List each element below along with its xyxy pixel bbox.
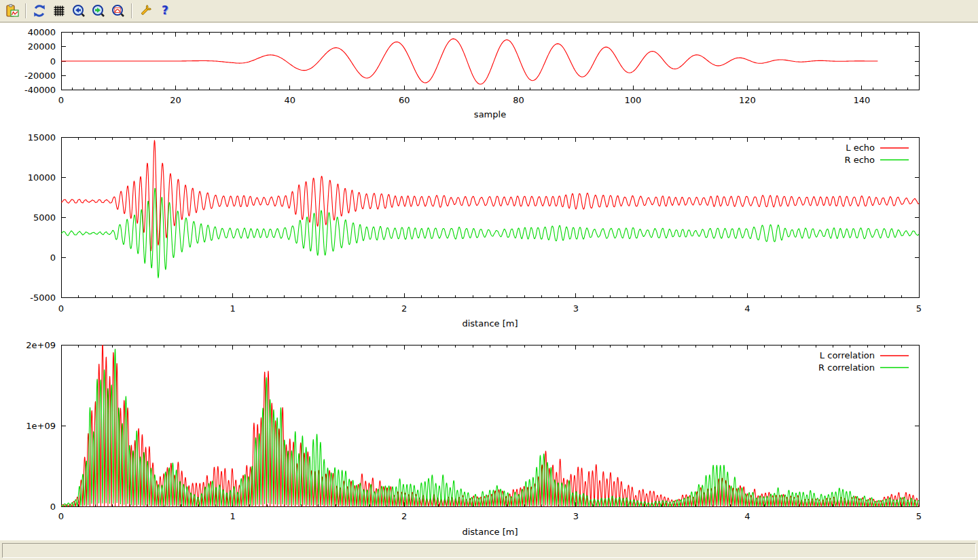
svg-text:-40000: -40000 xyxy=(24,85,56,95)
svg-text:4: 4 xyxy=(744,303,750,314)
svg-text:5000: 5000 xyxy=(33,212,56,223)
wrench-icon xyxy=(138,3,153,18)
svg-text:1e+09: 1e+09 xyxy=(26,421,56,431)
gnuplot-window: ? ? 020406080100120140-40000-20000020000… xyxy=(0,0,978,560)
zoom-next-icon xyxy=(91,3,106,18)
pulse-plot: 020406080100120140-40000-200000200004000… xyxy=(24,27,919,119)
svg-text:distance [m]: distance [m] xyxy=(462,527,518,537)
svg-text:15000: 15000 xyxy=(28,132,56,143)
svg-text:100: 100 xyxy=(625,95,642,105)
svg-text:L echo: L echo xyxy=(846,143,875,153)
svg-text:40000: 40000 xyxy=(28,27,56,37)
replot-button[interactable] xyxy=(31,2,48,20)
svg-text:distance [m]: distance [m] xyxy=(462,318,518,329)
svg-text:-20000: -20000 xyxy=(24,71,56,81)
svg-text:0: 0 xyxy=(50,502,56,512)
refresh-icon xyxy=(32,3,47,18)
svg-text:5: 5 xyxy=(916,511,922,521)
status-bar xyxy=(0,540,978,560)
toolbar: ? ? xyxy=(0,0,978,22)
svg-text:1: 1 xyxy=(230,303,235,314)
svg-text:140: 140 xyxy=(853,95,870,105)
svg-text:4: 4 xyxy=(744,511,750,521)
svg-text:5: 5 xyxy=(916,303,922,314)
plot-canvas: 020406080100120140-40000-200000200004000… xyxy=(0,23,978,540)
svg-text:3: 3 xyxy=(573,303,579,314)
svg-text:R echo: R echo xyxy=(844,155,875,165)
next-zoom-button[interactable] xyxy=(90,2,107,20)
svg-text:2e+09: 2e+09 xyxy=(26,340,56,350)
svg-text:40: 40 xyxy=(285,95,296,105)
toggle-grid-button[interactable] xyxy=(50,2,68,20)
grid-icon xyxy=(52,3,67,18)
echo-plot: 012345-5000050001000015000distance [m]L … xyxy=(28,132,922,329)
zoom-previous-icon xyxy=(71,3,86,18)
svg-text:3: 3 xyxy=(573,511,579,521)
svg-text:0: 0 xyxy=(58,303,64,314)
copy-to-clipboard-button[interactable] xyxy=(3,2,21,20)
svg-text:R correlation: R correlation xyxy=(818,362,875,373)
toolbar-separator xyxy=(131,3,132,18)
svg-text:2: 2 xyxy=(401,303,407,314)
svg-text:0: 0 xyxy=(50,56,56,67)
svg-text:20: 20 xyxy=(170,95,181,105)
svg-text:?: ? xyxy=(162,3,168,17)
svg-text:2: 2 xyxy=(401,511,407,521)
svg-text:sample: sample xyxy=(474,109,506,119)
svg-text:0: 0 xyxy=(50,253,56,263)
status-text xyxy=(2,543,976,558)
svg-text:20000: 20000 xyxy=(28,41,56,52)
svg-text:120: 120 xyxy=(739,95,756,105)
plots-svg[interactable]: 020406080100120140-40000-200000200004000… xyxy=(0,23,978,540)
correlation-plot: 01234501e+092e+09distance [m]L correlati… xyxy=(26,340,922,538)
clipboard-chart-icon xyxy=(5,3,20,18)
configure-button[interactable] xyxy=(137,2,154,20)
svg-text:0: 0 xyxy=(58,95,64,105)
toolbar-separator xyxy=(25,3,26,18)
svg-text:-5000: -5000 xyxy=(30,293,56,303)
autoscale-button[interactable] xyxy=(109,2,127,20)
svg-text:L correlation: L correlation xyxy=(820,350,875,360)
svg-text:60: 60 xyxy=(399,95,410,105)
svg-text:10000: 10000 xyxy=(28,172,56,183)
zoom-autoscale-icon xyxy=(111,3,126,18)
svg-text:0: 0 xyxy=(58,511,64,521)
question-mark-icon: ? ? xyxy=(158,3,173,18)
help-button[interactable]: ? ? xyxy=(156,2,174,20)
previous-zoom-button[interactable] xyxy=(70,2,88,20)
svg-text:80: 80 xyxy=(513,95,524,105)
svg-text:1: 1 xyxy=(230,511,235,521)
